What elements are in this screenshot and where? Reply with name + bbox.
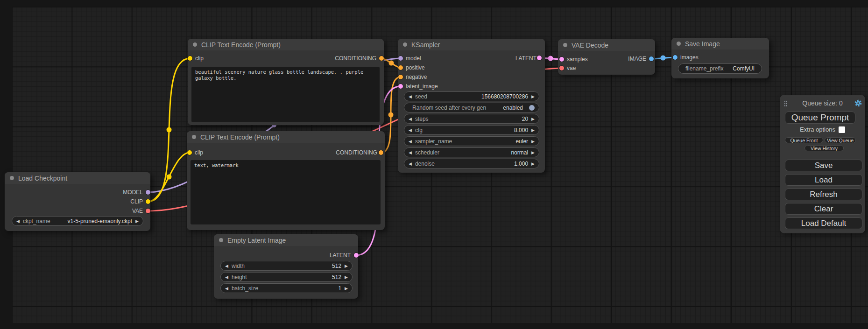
step-right-icon[interactable]: ▶	[345, 286, 348, 291]
collapse-dot-icon[interactable]	[219, 238, 223, 242]
widget-value: 512	[332, 263, 341, 269]
step-right-icon[interactable]: ▶	[531, 161, 535, 166]
step-left-icon[interactable]: ◀	[409, 128, 412, 133]
step-left-icon[interactable]: ◀	[225, 275, 228, 280]
node-title-bar[interactable]: CLIP Text Encode (Prompt)	[187, 131, 385, 143]
node-title: Empty Latent Image	[227, 237, 286, 244]
output-port-latent[interactable]	[354, 253, 359, 258]
load-button[interactable]: Load	[785, 174, 862, 186]
settings-gear-icon[interactable]	[854, 99, 862, 107]
step-right-icon[interactable]: ▶	[531, 94, 535, 99]
save-button[interactable]: Save	[785, 160, 862, 171]
step-right-icon[interactable]: ▶	[135, 219, 139, 224]
link-midpoint-dot	[167, 175, 172, 180]
toggle-enabled-icon[interactable]	[529, 105, 535, 111]
input-port-images[interactable]	[673, 55, 677, 60]
queue-prompt-button[interactable]: Queue Prompt	[785, 112, 855, 124]
output-port-vae[interactable]	[146, 209, 150, 213]
input-port-model[interactable]	[398, 56, 403, 61]
width-widget[interactable]: ◀ width 512 ▶	[220, 261, 353, 271]
extra-options-checkbox[interactable]	[839, 126, 845, 133]
widget-value: 1.000	[514, 161, 528, 167]
widget-label: seed	[415, 93, 427, 100]
height-widget[interactable]: ◀ height 512 ▶	[220, 272, 353, 282]
node-title: Load Checkpoint	[18, 175, 67, 182]
queue-front-button[interactable]: Queue Front	[785, 137, 823, 143]
step-right-icon[interactable]: ▶	[531, 150, 535, 155]
load-default-button[interactable]: Load Default	[785, 217, 862, 229]
scheduler-widget[interactable]: ◀ scheduler normal ▶	[404, 147, 539, 157]
node-title-bar[interactable]: Load Checkpoint	[5, 172, 150, 184]
step-right-icon[interactable]: ▶	[531, 128, 535, 133]
steps-widget[interactable]: ◀ steps 20 ▶	[404, 114, 539, 124]
node-title: CLIP Text Encode (Prompt)	[200, 133, 280, 141]
ckpt-name-combo[interactable]: ◀ ckpt_name v1-5-pruned-emaonly.ckpt ▶	[12, 216, 143, 226]
step-right-icon[interactable]: ▶	[531, 139, 535, 144]
step-right-icon[interactable]: ▶	[345, 275, 348, 280]
refresh-button[interactable]: Refresh	[785, 189, 862, 200]
input-label-clip: clip	[195, 55, 204, 62]
input-port-clip[interactable]	[188, 56, 192, 61]
step-left-icon[interactable]: ◀	[16, 219, 20, 224]
step-left-icon[interactable]: ◀	[409, 117, 412, 121]
output-label-latent: LATENT	[330, 252, 351, 259]
output-port-conditioning[interactable]	[379, 56, 384, 61]
random-seed-toggle-widget[interactable]: Random seed after every gen enabled	[404, 103, 539, 112]
node-clip-encode-positive[interactable]: CLIP Text Encode (Prompt) clip CONDITION…	[188, 39, 384, 125]
node-vae-decode[interactable]: VAE Decode samples vae IMAGE	[558, 39, 655, 75]
node-title-bar[interactable]: KSampler	[398, 39, 545, 50]
view-history-button[interactable]: View History	[804, 145, 844, 151]
output-port-latent[interactable]	[537, 56, 542, 60]
step-left-icon[interactable]: ◀	[409, 161, 412, 166]
node-clip-encode-negative[interactable]: CLIP Text Encode (Prompt) clip CONDITION…	[187, 131, 385, 230]
cfg-widget[interactable]: ◀ cfg 8.000 ▶	[404, 125, 539, 135]
seed-widget[interactable]: ◀ seed 156680208700286 ▶	[404, 91, 539, 101]
input-label-negative: negative	[406, 73, 427, 81]
widget-value: v1-5-pruned-emaonly.ckpt	[68, 218, 133, 224]
prompt-textarea[interactable]: text, watermark	[191, 160, 381, 224]
node-title-bar[interactable]: VAE Decode	[558, 39, 655, 51]
extra-options-label: Extra options	[800, 126, 835, 133]
collapse-dot-icon[interactable]	[563, 43, 567, 47]
output-port-model[interactable]	[146, 190, 150, 195]
input-port-positive[interactable]	[398, 65, 403, 70]
collapse-dot-icon[interactable]	[10, 176, 14, 180]
node-title-bar[interactable]: Empty Latent Image	[214, 234, 358, 246]
step-right-icon[interactable]: ▶	[531, 117, 535, 121]
collapse-dot-icon[interactable]	[677, 42, 681, 46]
step-left-icon[interactable]: ◀	[225, 286, 228, 291]
input-port-vae[interactable]	[559, 66, 564, 70]
view-queue-button[interactable]: View Queue	[825, 137, 856, 143]
node-load-checkpoint[interactable]: Load Checkpoint MODEL CLIP VAE ◀ ckpt_na…	[5, 172, 150, 231]
input-port-clip[interactable]	[187, 150, 192, 155]
input-port-samples[interactable]	[559, 57, 564, 62]
input-port-negative[interactable]	[398, 75, 403, 79]
step-left-icon[interactable]: ◀	[409, 139, 412, 144]
denoise-widget[interactable]: ◀ denoise 1.000 ▶	[404, 159, 539, 168]
node-empty-latent-image[interactable]: Empty Latent Image LATENT ◀ width 512 ▶ …	[214, 234, 358, 299]
link-midpoint-dot	[389, 61, 394, 66]
output-port-image[interactable]	[649, 56, 654, 61]
clear-button[interactable]: Clear	[785, 203, 862, 215]
node-title-bar[interactable]: CLIP Text Encode (Prompt)	[188, 39, 384, 50]
filename-prefix-widget[interactable]: filename_prefix ComfyUI	[678, 63, 762, 74]
graph-canvas[interactable]: Load Checkpoint MODEL CLIP VAE ◀ ckpt_na…	[0, 0, 868, 329]
link-midpoint-dot	[388, 112, 394, 118]
step-right-icon[interactable]: ▶	[345, 264, 348, 268]
comfy-menu-panel[interactable]: Queue size: 0 Queue Prompt Extra options…	[780, 95, 865, 233]
output-port-conditioning[interactable]	[379, 150, 383, 155]
output-port-clip[interactable]	[146, 199, 150, 204]
node-save-image[interactable]: Save Image images filename_prefix ComfyU…	[671, 38, 769, 78]
step-left-icon[interactable]: ◀	[225, 264, 228, 268]
collapse-dot-icon[interactable]	[192, 135, 196, 139]
prompt-textarea[interactable]: beautiful scenery nature glass bottle la…	[191, 67, 380, 122]
node-title-bar[interactable]: Save Image	[671, 38, 769, 49]
step-left-icon[interactable]: ◀	[409, 150, 412, 155]
input-port-latent-image[interactable]	[398, 84, 403, 89]
collapse-dot-icon[interactable]	[403, 42, 407, 47]
batch-size-widget[interactable]: ◀ batch_size 1 ▶	[220, 283, 353, 293]
sampler-name-widget[interactable]: ◀ sampler_name euler ▶	[404, 136, 539, 146]
node-ksampler[interactable]: KSampler model positive negative latent_…	[398, 39, 545, 173]
step-left-icon[interactable]: ◀	[409, 94, 412, 99]
collapse-dot-icon[interactable]	[193, 42, 197, 47]
